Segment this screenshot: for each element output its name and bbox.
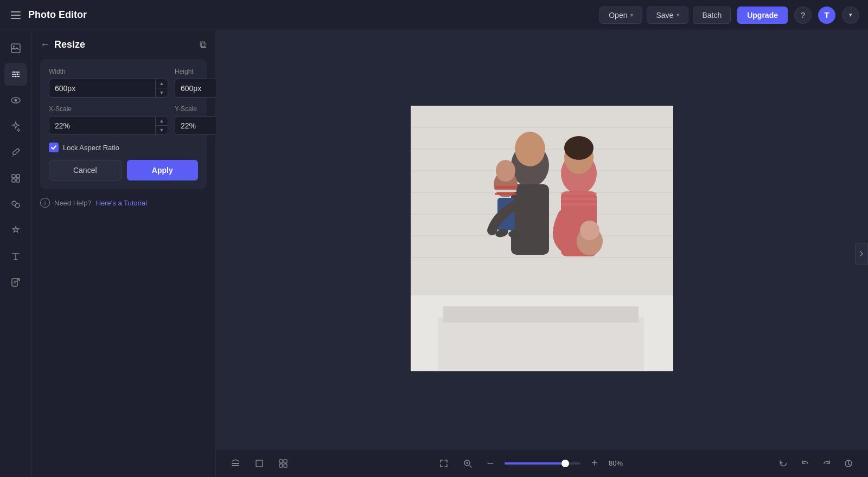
right-panel-toggle[interactable] <box>855 243 868 265</box>
upgrade-button[interactable]: Upgrade <box>737 7 788 24</box>
svg-rect-55 <box>279 464 283 467</box>
svg-rect-13 <box>16 179 20 182</box>
svg-rect-42 <box>495 186 516 189</box>
redo-button[interactable] <box>818 455 835 472</box>
grid-bottom-icon[interactable] <box>275 455 292 472</box>
svg-rect-31 <box>511 184 549 255</box>
menu-icon[interactable] <box>9 9 23 21</box>
svg-rect-16 <box>12 279 17 286</box>
svg-point-39 <box>564 136 593 160</box>
svg-rect-56 <box>284 464 287 467</box>
svg-point-15 <box>15 203 20 208</box>
xscale-input[interactable] <box>49 117 155 134</box>
undo-button[interactable] <box>796 455 814 472</box>
width-label: Width <box>49 68 168 75</box>
save-button[interactable]: Save ▾ <box>647 7 688 24</box>
xscale-up-button[interactable]: ▲ <box>156 117 168 125</box>
user-menu-chevron[interactable]: ▾ <box>842 7 859 24</box>
svg-rect-28 <box>438 317 644 371</box>
zoom-slider[interactable] <box>505 462 580 465</box>
svg-rect-50 <box>232 463 239 464</box>
lock-aspect-checkbox[interactable] <box>49 143 59 152</box>
svg-point-3 <box>13 71 15 73</box>
sidebar-item-effects[interactable] <box>4 219 27 242</box>
zoom-out-button[interactable]: − <box>483 456 498 471</box>
layers-bottom-icon[interactable] <box>227 455 244 472</box>
photo-container <box>411 106 673 373</box>
width-input-wrap: ▲ ▼ <box>49 79 168 98</box>
crop-bottom-icon[interactable] <box>251 455 268 472</box>
sidebar-item-image[interactable] <box>4 37 27 60</box>
topbar-center: Open ▾ Save ▾ Batch <box>599 7 731 24</box>
reset-button[interactable] <box>775 455 792 472</box>
save-chevron-icon: ▾ <box>676 12 679 18</box>
help-button[interactable]: ? <box>794 7 812 24</box>
side-panel: ← Resize ⧉ Width ▲ ▼ <box>31 30 216 477</box>
zoom-thumb[interactable] <box>561 460 569 467</box>
svg-rect-43 <box>495 190 516 192</box>
width-field: Width ▲ ▼ <box>49 68 168 98</box>
width-up-button[interactable]: ▲ <box>156 79 168 88</box>
sidebar-item-layers[interactable] <box>4 167 27 190</box>
fit-screen-button[interactable] <box>435 455 452 472</box>
svg-point-41 <box>496 160 515 182</box>
panel-header: ← Resize ⧉ <box>40 39 207 50</box>
svg-rect-54 <box>284 460 287 463</box>
bottom-bar: − + 80% <box>216 449 868 477</box>
svg-point-47 <box>580 221 599 240</box>
xscale-input-wrap: ▲ ▼ <box>49 116 168 135</box>
sidebar-item-magic[interactable] <box>4 115 27 138</box>
history-button[interactable] <box>840 455 857 472</box>
canvas-area: − + 80% <box>216 30 868 477</box>
svg-point-1 <box>13 46 15 47</box>
width-spinners: ▲ ▼ <box>155 79 168 97</box>
sidebar-item-text[interactable] <box>4 245 27 268</box>
zoom-in-button[interactable]: + <box>587 456 602 471</box>
canvas-viewport[interactable] <box>216 30 868 449</box>
help-icon: i <box>40 198 50 208</box>
canvas-image <box>411 106 673 371</box>
zoom-percentage: 80% <box>609 459 631 467</box>
copy-icon[interactable]: ⧉ <box>200 39 207 50</box>
svg-point-32 <box>515 132 545 166</box>
panel-title: Resize <box>54 39 85 50</box>
open-button[interactable]: Open ▾ <box>599 7 642 24</box>
sidebar-item-brush[interactable] <box>4 141 27 164</box>
apply-button[interactable]: Apply <box>127 160 199 181</box>
svg-rect-11 <box>16 175 20 178</box>
sidebar-item-adjustments[interactable] <box>4 63 27 86</box>
xscale-spinners: ▲ ▼ <box>155 117 168 134</box>
lock-label: Lock Aspect Ratio <box>63 144 119 152</box>
zoom-fit-button[interactable] <box>459 455 476 472</box>
xscale-down-button[interactable]: ▼ <box>156 126 168 134</box>
lock-row: Lock Aspect Ratio <box>49 143 198 152</box>
open-chevron-icon: ▾ <box>630 12 633 18</box>
svg-point-9 <box>14 99 17 102</box>
svg-rect-35 <box>561 192 597 195</box>
icon-bar <box>0 30 31 477</box>
sidebar-item-objects[interactable] <box>4 193 27 216</box>
zoom-track <box>505 462 565 465</box>
sidebar-item-sticker[interactable] <box>4 271 27 294</box>
topbar-right: Upgrade ? T ▾ <box>737 7 859 24</box>
back-button[interactable]: ← Resize <box>40 39 85 50</box>
svg-rect-37 <box>561 203 597 205</box>
svg-rect-36 <box>561 198 597 200</box>
help-text: Need Help? <box>54 199 92 207</box>
bottom-left-tools <box>227 455 292 472</box>
width-down-button[interactable]: ▼ <box>156 88 168 97</box>
svg-rect-29 <box>443 306 639 323</box>
dimensions-row: Width ▲ ▼ Height <box>49 68 198 98</box>
xscale-label: X-Scale <box>49 105 168 113</box>
sidebar-item-view[interactable] <box>4 89 27 112</box>
topbar: Photo Editor Open ▾ Save ▾ Batch Upgrade… <box>0 0 868 30</box>
cancel-button[interactable]: Cancel <box>49 160 122 181</box>
avatar[interactable]: T <box>818 7 835 24</box>
width-input[interactable] <box>49 80 155 97</box>
svg-point-7 <box>14 75 16 78</box>
action-buttons: Cancel Apply <box>49 160 198 181</box>
batch-button[interactable]: Batch <box>693 7 731 24</box>
app-title: Photo Editor <box>28 9 87 21</box>
tutorial-link[interactable]: Here's a Tutorial <box>96 199 147 207</box>
xscale-field: X-Scale ▲ ▼ <box>49 105 168 135</box>
